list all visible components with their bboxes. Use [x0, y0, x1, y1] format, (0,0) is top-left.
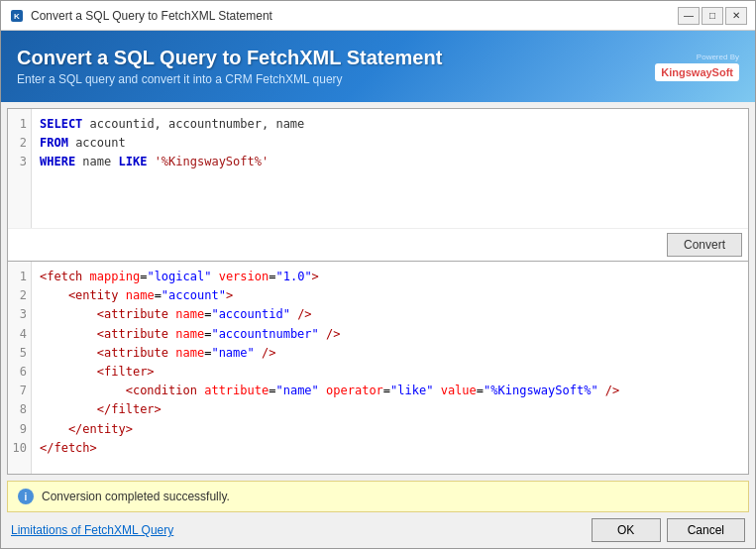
header-text: Convert a SQL Query to FetchXML Statemen…: [17, 47, 442, 86]
status-message: Conversion completed successfully.: [42, 490, 230, 503]
sql-code-content[interactable]: SELECT accountid, accountnumber, name FR…: [32, 109, 748, 228]
minimize-button[interactable]: —: [678, 7, 700, 25]
title-bar-controls: — □ ✕: [678, 7, 747, 25]
convert-btn-row: Convert: [8, 228, 748, 261]
sql-panel: 1 2 3 SELECT accountid, accountnumber, n…: [7, 108, 749, 262]
header-banner: Convert a SQL Query to FetchXML Statemen…: [1, 31, 755, 102]
maximize-button[interactable]: □: [702, 7, 723, 25]
main-window: K Convert a SQL Query to FetchXML Statem…: [0, 0, 756, 549]
logo-badge: KingswaySoft: [655, 63, 739, 81]
sql-line-numbers: 1 2 3: [8, 109, 32, 228]
xml-code-content[interactable]: <fetch mapping="logical" version="1.0"> …: [32, 262, 748, 474]
svg-text:K: K: [14, 12, 20, 21]
logo-text: KingswaySoft: [661, 66, 733, 78]
title-bar-text: Convert a SQL Query to FetchXML Statemen…: [31, 9, 678, 23]
cancel-button[interactable]: Cancel: [667, 518, 745, 542]
status-bar: i Conversion completed successfully.: [7, 481, 749, 512]
footer: Limitations of FetchXML Query OK Cancel: [1, 512, 755, 548]
ok-button[interactable]: OK: [592, 518, 661, 542]
fetchxml-limitations-link[interactable]: Limitations of FetchXML Query: [11, 523, 173, 537]
header-title: Convert a SQL Query to FetchXML Statemen…: [17, 47, 442, 69]
title-bar: K Convert a SQL Query to FetchXML Statem…: [1, 1, 755, 31]
sql-code-area: 1 2 3 SELECT accountid, accountnumber, n…: [8, 109, 748, 228]
status-icon: i: [18, 489, 34, 504]
main-content: 1 2 3 SELECT accountid, accountnumber, n…: [1, 102, 755, 481]
xml-panel: 1 2 3 4 5 6 7 8 9 10 <fetch mapping="log…: [7, 262, 749, 475]
app-icon: K: [9, 8, 25, 24]
footer-buttons: OK Cancel: [592, 518, 745, 542]
convert-button[interactable]: Convert: [667, 233, 742, 257]
xml-code-area: 1 2 3 4 5 6 7 8 9 10 <fetch mapping="log…: [8, 262, 748, 474]
xml-line-numbers: 1 2 3 4 5 6 7 8 9 10: [8, 262, 32, 474]
header-subtitle: Enter a SQL query and convert it into a …: [17, 72, 442, 86]
powered-by-text: Powered By: [697, 53, 739, 61]
close-button[interactable]: ✕: [725, 7, 747, 25]
header-logo: Powered By KingswaySoft: [655, 53, 739, 81]
